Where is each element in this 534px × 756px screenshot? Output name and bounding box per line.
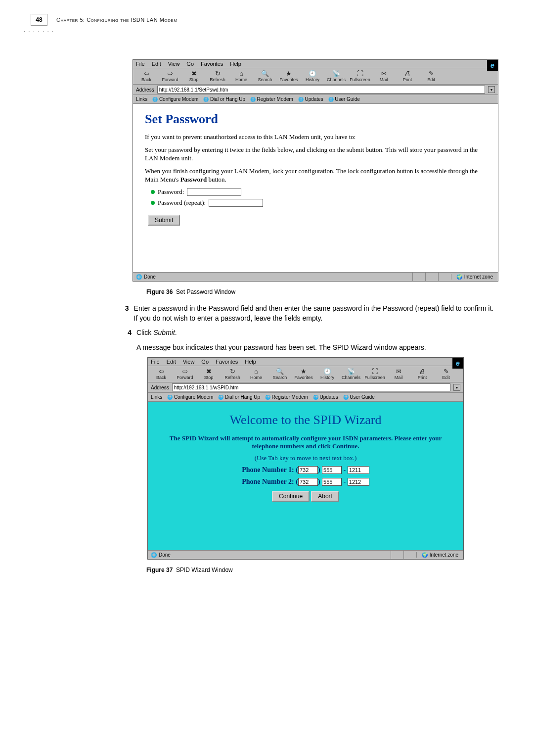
- figure-37-browser: e File Edit View Go Favorites Help ⇦Back…: [147, 357, 464, 560]
- menu-file[interactable]: File: [151, 359, 160, 365]
- links-label: Links: [136, 96, 147, 102]
- ie-page-icon: 🌐: [151, 552, 157, 558]
- refresh-button[interactable]: ↻Refresh: [222, 368, 243, 380]
- forward-button[interactable]: ⇨Forward: [160, 70, 180, 83]
- submit-button[interactable]: Submit: [148, 215, 180, 226]
- back-button[interactable]: ⇦Back: [136, 70, 157, 83]
- menu-help[interactable]: Help: [230, 61, 241, 67]
- link-dial-hangup[interactable]: Dial or Hang Up: [203, 96, 245, 102]
- links-bar: Links Configure Modem Dial or Hang Up Re…: [133, 95, 498, 104]
- menu-edit[interactable]: Edit: [152, 61, 161, 67]
- address-input[interactable]: [157, 86, 485, 94]
- paragraph: A message box indicates that your passwo…: [136, 342, 498, 352]
- fullscreen-button[interactable]: ⛶Fullscreen: [350, 70, 370, 83]
- refresh-button[interactable]: ↻Refresh: [207, 70, 228, 83]
- phone1-prefix[interactable]: [322, 466, 342, 474]
- step-text: Enter a password in the Password field a…: [134, 303, 498, 324]
- password-repeat-field[interactable]: [209, 199, 263, 207]
- favorites-button[interactable]: ★Favorites: [278, 70, 299, 83]
- password-repeat-label: Password (repeat):: [158, 199, 206, 207]
- link-updates[interactable]: Updates: [313, 394, 338, 400]
- stop-button[interactable]: ✖Stop: [183, 70, 204, 83]
- stop-button[interactable]: ✖Stop: [198, 368, 219, 380]
- home-button[interactable]: ⌂Home: [246, 368, 267, 380]
- phone2-prefix[interactable]: [322, 478, 342, 486]
- history-button[interactable]: 🕘History: [317, 368, 338, 380]
- menu-view[interactable]: View: [183, 359, 195, 365]
- body-text-1: If you want to prevent unauthorized acce…: [145, 133, 486, 142]
- step-number: 4: [124, 328, 132, 337]
- phone-number-1-row: Phone Number 1: () -: [160, 466, 451, 474]
- address-label: Address: [151, 385, 169, 390]
- menu-view[interactable]: View: [168, 61, 180, 67]
- mail-button[interactable]: ✉Mail: [373, 70, 394, 83]
- channels-icon: 📡: [332, 70, 340, 77]
- address-input[interactable]: [172, 383, 450, 391]
- mail-button[interactable]: ✉Mail: [388, 368, 409, 380]
- toolbar: ⇦Back ⇨Forward ✖Stop ↻Refresh ⌂Home 🔍Sea…: [133, 68, 498, 85]
- phone2-label: Phone Number 2:: [242, 478, 294, 485]
- channels-button[interactable]: 📡Channels: [341, 368, 361, 380]
- print-button[interactable]: 🖨Print: [412, 368, 433, 380]
- password-label: Password:: [158, 188, 184, 196]
- link-configure-modem[interactable]: Configure Modem: [167, 394, 213, 400]
- menu-go[interactable]: Go: [201, 359, 209, 365]
- forward-button[interactable]: ⇨Forward: [175, 368, 195, 380]
- favorites-button[interactable]: ★Favorites: [293, 368, 314, 380]
- back-icon: ⇦: [144, 70, 149, 77]
- browser-body: Set Password If you want to prevent unau…: [133, 104, 498, 272]
- link-user-guide[interactable]: User Guide: [328, 96, 360, 102]
- edit-button[interactable]: ✎Edit: [421, 70, 442, 83]
- link-register-modem[interactable]: Register Modem: [265, 394, 308, 400]
- globe-icon: 🌍: [422, 552, 428, 558]
- home-icon: ⌂: [239, 70, 243, 77]
- link-user-guide[interactable]: User Guide: [343, 394, 375, 400]
- menu-favorites[interactable]: Favorites: [201, 61, 223, 67]
- address-dropdown-icon[interactable]: ▾: [488, 86, 495, 93]
- home-button[interactable]: ⌂Home: [231, 70, 252, 83]
- continue-button[interactable]: Continue: [272, 491, 310, 502]
- step-3: 3 Enter a password in the Password field…: [124, 303, 498, 324]
- link-dial-hangup[interactable]: Dial or Hang Up: [218, 394, 260, 400]
- back-button[interactable]: ⇦Back: [151, 368, 172, 380]
- menu-go[interactable]: Go: [186, 61, 194, 67]
- fullscreen-button[interactable]: ⛶Fullscreen: [364, 368, 385, 380]
- links-label: Links: [151, 394, 162, 400]
- print-button[interactable]: 🖨Print: [397, 70, 418, 83]
- favorites-icon: ★: [286, 70, 292, 77]
- phone1-area[interactable]: [298, 466, 318, 474]
- ie-page-icon: 🌐: [136, 274, 142, 280]
- body-text-2: Set your password by entering it twice i…: [145, 145, 486, 163]
- link-configure-modem[interactable]: Configure Modem: [152, 96, 198, 102]
- page-header: 48 Chapter 5: Configuring the ISDN LAN M…: [0, 14, 534, 26]
- abort-button[interactable]: Abort: [311, 491, 339, 502]
- address-dropdown-icon[interactable]: ▾: [453, 384, 460, 391]
- phone2-line[interactable]: [348, 478, 369, 486]
- menu-help[interactable]: Help: [245, 359, 256, 365]
- history-icon: 🕘: [309, 70, 316, 77]
- link-updates[interactable]: Updates: [298, 96, 323, 102]
- forward-icon: ⇨: [168, 70, 173, 77]
- search-button[interactable]: 🔍Search: [255, 70, 275, 83]
- link-register-modem[interactable]: Register Modem: [250, 96, 293, 102]
- address-label: Address: [136, 87, 154, 93]
- phone1-label: Phone Number 1:: [242, 466, 294, 473]
- search-button[interactable]: 🔍Search: [269, 368, 290, 380]
- menu-file[interactable]: File: [136, 61, 145, 67]
- edit-button[interactable]: ✎Edit: [436, 368, 456, 380]
- menu-favorites[interactable]: Favorites: [216, 359, 238, 365]
- body-text-1: The SPID Wizard will attempt to automati…: [162, 434, 449, 450]
- page-title: Welcome to the SPID Wizard: [160, 413, 451, 427]
- step-4: 4 Click Submit.: [124, 328, 498, 337]
- channels-button[interactable]: 📡Channels: [326, 70, 347, 83]
- phone2-area[interactable]: [298, 478, 318, 486]
- phone-number-2-row: Phone Number 2: () -: [160, 478, 451, 486]
- menu-edit[interactable]: Edit: [167, 359, 176, 365]
- decorative-dots: · · · · · · ·: [24, 29, 54, 34]
- password-field[interactable]: [187, 188, 241, 196]
- figure-36-caption: Figure 36 Set Password Window: [146, 288, 498, 295]
- phone1-line[interactable]: [348, 466, 369, 474]
- ie-logo-icon: e: [452, 358, 463, 369]
- zone-text: Internet zone: [464, 274, 493, 280]
- history-button[interactable]: 🕘History: [302, 70, 323, 83]
